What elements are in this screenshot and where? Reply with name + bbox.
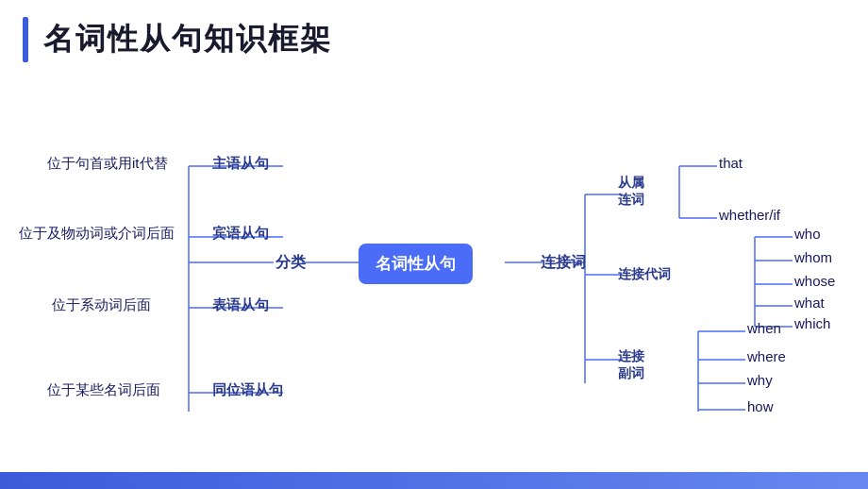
- left-item-4-type: 同位语从句: [212, 381, 283, 399]
- label-rel-pron: 连接代词: [618, 265, 671, 282]
- header: 名词性从句知识框架: [0, 0, 868, 72]
- header-bar: [23, 17, 28, 62]
- node-how: how: [747, 398, 774, 414]
- left-item-1-type: 主语从句: [212, 155, 269, 173]
- node-whether-if: whether/if: [719, 207, 780, 223]
- bottom-bar: [0, 472, 868, 489]
- left-item-4-pos: 位于某些名词后面: [47, 381, 160, 399]
- center-node: 名词性从句: [359, 244, 473, 284]
- label-subord-conj: 从属连词: [618, 174, 644, 208]
- page-title: 名词性从句知识框架: [43, 19, 332, 60]
- node-what: what: [794, 295, 825, 311]
- left-item-3-type: 表语从句: [212, 296, 269, 314]
- node-whom: whom: [794, 249, 832, 265]
- label-rel-adv: 连接副词: [618, 347, 644, 381]
- node-whose: whose: [794, 273, 835, 289]
- left-item-2-type: 宾语从句: [212, 225, 269, 243]
- node-when: when: [747, 320, 781, 336]
- left-item-1-pos: 位于句首或用it代替: [47, 155, 168, 173]
- node-who: who: [794, 226, 821, 242]
- diagram: 名词性从句 分类 位于句首或用it代替 主语从句 位于及物动词或介词后面 宾语从…: [0, 72, 868, 478]
- left-item-3-pos: 位于系动词后面: [52, 296, 151, 314]
- label-connectors: 连接词: [541, 253, 586, 273]
- node-where: where: [747, 348, 786, 364]
- node-that: that: [719, 155, 743, 171]
- node-which: which: [794, 315, 830, 331]
- left-item-2-pos: 位于及物动词或介词后面: [19, 225, 175, 243]
- label-classification: 分类: [275, 253, 306, 273]
- node-why: why: [747, 372, 773, 388]
